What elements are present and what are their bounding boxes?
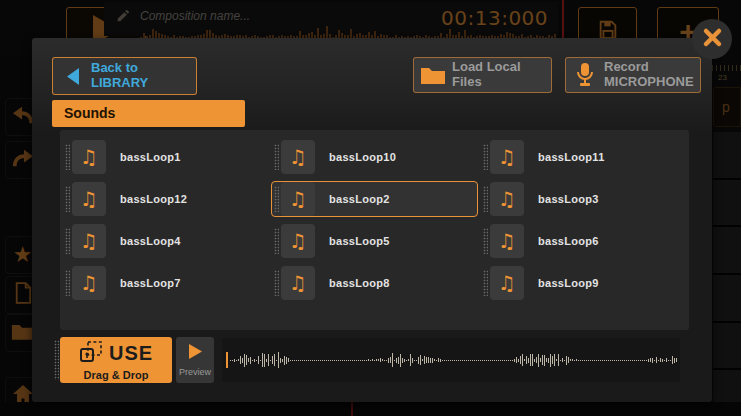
music-note-icon: ♫ bbox=[498, 273, 516, 293]
sound-tile: ♫ bbox=[72, 182, 106, 216]
load-button-label: Load LocalFiles bbox=[452, 60, 521, 90]
sound-label: bassLoop8 bbox=[329, 277, 390, 289]
sound-label: bassLoop11 bbox=[538, 151, 605, 163]
preview-button[interactable]: Preview bbox=[176, 337, 214, 383]
sound-item[interactable]: ♫ bassLoop12 bbox=[62, 181, 269, 217]
sound-item[interactable]: ♫ bassLoop5 bbox=[271, 223, 478, 259]
microphone-icon bbox=[566, 62, 604, 88]
record-microphone-button[interactable]: RecordMICROPHONE bbox=[565, 57, 701, 93]
music-note-icon: ♫ bbox=[498, 147, 516, 167]
sound-item[interactable]: ♫ bassLoop3 bbox=[480, 181, 687, 217]
sound-label: bassLoop3 bbox=[538, 193, 599, 205]
music-note-icon: ♫ bbox=[289, 147, 307, 167]
sound-label: bassLoop1 bbox=[120, 151, 181, 163]
drag-handle[interactable] bbox=[483, 186, 488, 212]
drag-handle[interactable] bbox=[274, 270, 279, 296]
music-note-icon: ♫ bbox=[498, 231, 516, 251]
sound-tile: ♫ bbox=[490, 224, 524, 258]
sound-library-modal: Back toLIBRARY Load LocalFiles RecordMIC… bbox=[32, 38, 712, 402]
sound-tile: ♫ bbox=[281, 140, 315, 174]
sound-label: bassLoop5 bbox=[329, 235, 390, 247]
music-note-icon: ♫ bbox=[289, 273, 307, 293]
sound-label: bassLoop2 bbox=[329, 193, 390, 205]
sound-tile: ♫ bbox=[72, 266, 106, 300]
sound-item[interactable]: ♫ bassLoop8 bbox=[271, 265, 478, 301]
preview-waveform-panel bbox=[222, 338, 680, 382]
sound-item[interactable]: ♫ bassLoop11 bbox=[480, 139, 687, 175]
drag-handle[interactable] bbox=[483, 228, 488, 254]
music-note-icon: ♫ bbox=[80, 231, 98, 251]
preview-play-icon bbox=[188, 343, 203, 364]
drag-handle[interactable] bbox=[65, 270, 70, 296]
sound-label: bassLoop12 bbox=[120, 193, 187, 205]
record-button-label: RecordMICROPHONE bbox=[604, 60, 694, 90]
drag-handle[interactable] bbox=[274, 186, 279, 212]
music-note-icon: ♫ bbox=[498, 189, 516, 209]
sound-label: bassLoop4 bbox=[120, 235, 181, 247]
sound-item[interactable]: ♫ bassLoop4 bbox=[62, 223, 269, 259]
preview-button-label: Preview bbox=[179, 367, 211, 377]
sound-tile: ♫ bbox=[490, 182, 524, 216]
sound-item[interactable]: ♫ bassLoop6 bbox=[480, 223, 687, 259]
preview-waveform bbox=[230, 338, 680, 382]
sound-label: bassLoop7 bbox=[120, 277, 181, 289]
app-root: Composition name... 00:13:000 + ★ bbox=[0, 0, 741, 416]
music-note-icon: ♫ bbox=[80, 147, 98, 167]
sound-label: bassLoop9 bbox=[538, 277, 599, 289]
back-to-library-button[interactable]: Back toLIBRARY bbox=[52, 57, 197, 95]
drag-drop-icon bbox=[79, 340, 103, 368]
sound-tile: ♫ bbox=[72, 224, 106, 258]
drag-handle[interactable] bbox=[483, 144, 488, 170]
sound-label: bassLoop6 bbox=[538, 235, 599, 247]
waveform-cursor bbox=[226, 352, 228, 368]
drag-handle[interactable] bbox=[65, 228, 70, 254]
sound-tile: ♫ bbox=[490, 266, 524, 300]
sound-item[interactable]: ♫ bassLoop10 bbox=[271, 139, 478, 175]
close-modal-button[interactable] bbox=[692, 19, 732, 59]
folder-icon bbox=[414, 65, 452, 85]
sound-tile: ♫ bbox=[281, 266, 315, 300]
close-icon bbox=[702, 27, 723, 52]
use-button-title: USE bbox=[109, 342, 153, 365]
sound-label: bassLoop10 bbox=[329, 151, 396, 163]
sound-tile: ♫ bbox=[490, 140, 524, 174]
music-note-icon: ♫ bbox=[289, 189, 307, 209]
music-note-icon: ♫ bbox=[80, 189, 98, 209]
sound-item[interactable]: ♫ bassLoop9 bbox=[480, 265, 687, 301]
sound-grid: ♫ bassLoop1 ♫ bassLoop10 ♫ bassLoop11 ♫ … bbox=[60, 130, 689, 330]
back-arrow-icon bbox=[53, 66, 91, 87]
use-button[interactable]: USE Drag & Drop bbox=[60, 337, 172, 383]
drag-handle[interactable] bbox=[65, 144, 70, 170]
drag-handle[interactable] bbox=[483, 270, 488, 296]
sound-item[interactable]: ♫ bassLoop1 bbox=[62, 139, 269, 175]
sound-item[interactable]: ♫ bassLoop7 bbox=[62, 265, 269, 301]
tab-sounds[interactable]: Sounds bbox=[52, 100, 245, 127]
drag-handle[interactable] bbox=[274, 144, 279, 170]
sound-item[interactable]: ♫ bassLoop2 bbox=[271, 181, 478, 217]
music-note-icon: ♫ bbox=[289, 231, 307, 251]
back-button-label: Back toLIBRARY bbox=[91, 61, 148, 91]
use-button-subtitle: Drag & Drop bbox=[84, 369, 149, 381]
load-local-files-button[interactable]: Load LocalFiles bbox=[413, 57, 552, 93]
music-note-icon: ♫ bbox=[80, 273, 98, 293]
drag-handle[interactable] bbox=[65, 186, 70, 212]
use-drag-handle[interactable] bbox=[54, 340, 59, 380]
sound-tile: ♫ bbox=[281, 182, 315, 216]
sound-tile: ♫ bbox=[72, 140, 106, 174]
sound-tile: ♫ bbox=[281, 224, 315, 258]
drag-handle[interactable] bbox=[274, 228, 279, 254]
